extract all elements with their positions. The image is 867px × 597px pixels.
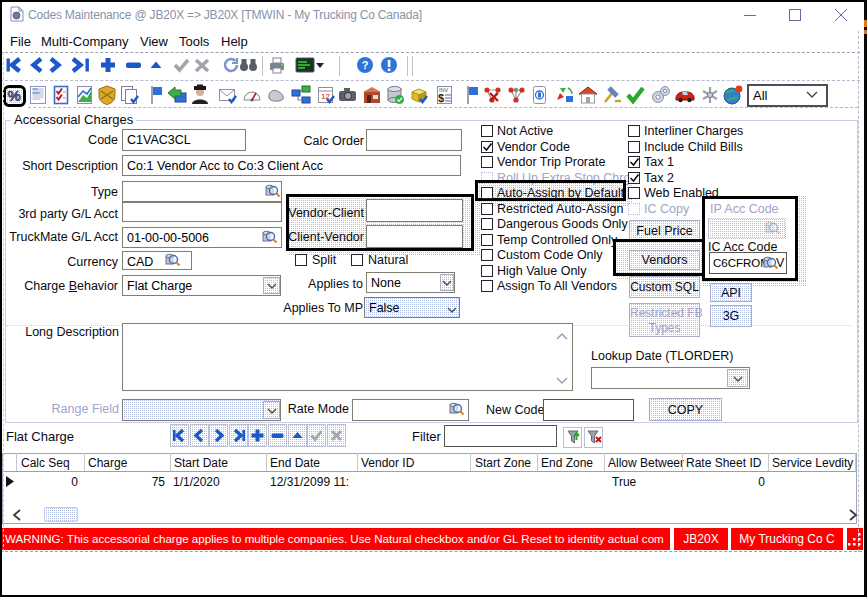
- svg-text:?: ?: [362, 59, 369, 71]
- svg-text:%: %: [8, 87, 21, 104]
- svg-text:$: $: [438, 92, 444, 104]
